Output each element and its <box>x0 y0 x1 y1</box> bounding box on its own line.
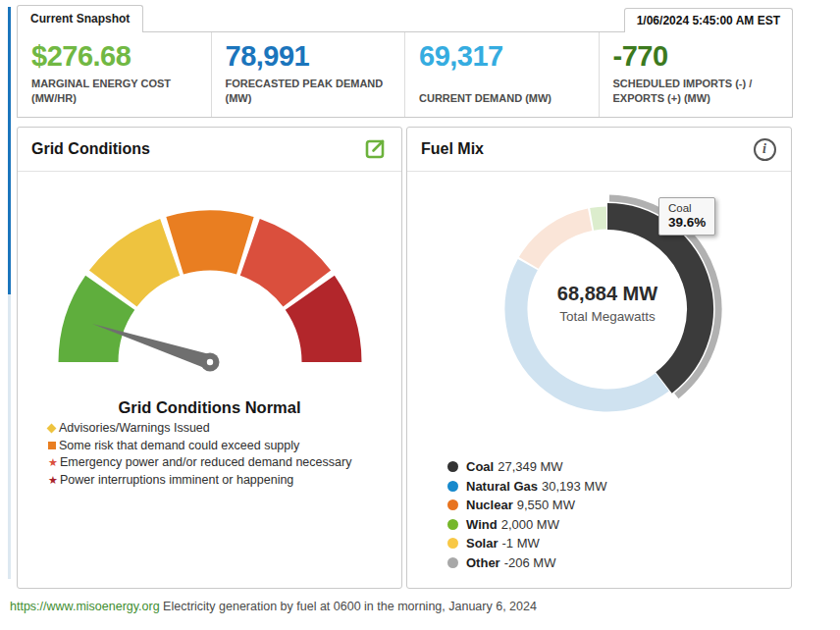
chart-tooltip: Coal 39.6% <box>658 197 715 236</box>
donut-slice-wind[interactable] <box>592 218 606 219</box>
stat-scheduled-imports-exports: -770SCHEDULED IMPORTS (-) / EXPORTS (+) … <box>599 32 793 117</box>
donut-slice-nuclear[interactable] <box>529 220 590 263</box>
star-marker-icon: ★ <box>47 457 59 468</box>
grid-legend-label: Power interruptions imminent or happenin… <box>60 472 293 490</box>
left-scrollbar-track[interactable] <box>8 7 11 579</box>
stat-label: MARGINAL ENERGY COST (MW/HR) <box>31 77 197 106</box>
tab-current-snapshot[interactable]: Current Snapshot <box>17 5 143 32</box>
fuel-name: Coal <box>466 457 494 477</box>
gauge-needle-hub-hole <box>206 359 212 365</box>
donut-slice-natural-gas[interactable] <box>516 265 662 400</box>
dashboard-page: Current Snapshot 1/06/2024 5:45:00 AM ES… <box>0 0 840 630</box>
footer-caption: Electricity generation by fuel at 0600 i… <box>163 600 537 613</box>
fuel-legend-item[interactable]: Wind2,000 MW <box>447 515 791 535</box>
grid-legend-item: Some risk that demand could exceed suppl… <box>47 438 401 455</box>
legend-dot-icon <box>447 499 458 510</box>
stats-card: $276.68MARGINAL ENERGY COST (MW/HR)78,99… <box>17 31 793 118</box>
legend-dot-icon <box>447 461 458 472</box>
fuel-name: Natural Gas <box>466 477 538 497</box>
top-bar: Current Snapshot 1/06/2024 5:45:00 AM ES… <box>17 5 793 31</box>
grid-conditions-gauge <box>18 193 401 382</box>
grid-status-heading: Grid Conditions Normal <box>18 398 401 417</box>
stat-value: 69,317 <box>419 41 585 71</box>
fuel-value: 27,349 MW <box>498 457 562 477</box>
gauge-svg <box>43 193 377 378</box>
fuel-name: Wind <box>466 515 498 535</box>
fuel-name: Nuclear <box>466 496 513 515</box>
grid-legend-item: Advisories/Warnings Issued <box>47 420 401 438</box>
fuel-mix-legend: Coal27,349 MWNatural Gas30,193 MWNuclear… <box>447 457 791 572</box>
info-icon[interactable]: i <box>752 136 777 162</box>
grid-conditions-title: Grid Conditions <box>31 140 150 158</box>
fuel-name: Other <box>466 553 500 573</box>
gauge-segment-some-risk <box>175 240 245 245</box>
stat-value: -770 <box>613 41 779 71</box>
fuel-value: -1 MW <box>502 534 540 553</box>
footer-caption-row: https://www.misoenergy.org Electricity g… <box>10 600 537 613</box>
stat-label: SCHEDULED IMPORTS (-) / EXPORTS (+) (MW) <box>613 77 779 106</box>
gauge-segment-interruptions <box>309 292 331 362</box>
legend-dot-icon <box>447 481 458 492</box>
fuel-legend-item[interactable]: Other-206 MW <box>447 553 791 573</box>
fuel-legend-item[interactable]: Natural Gas30,193 MW <box>447 477 791 497</box>
stat-marginal-energy-cost: $276.68MARGINAL ENERGY COST (MW/HR) <box>18 32 211 117</box>
stat-label: CURRENT DEMAND (MW) <box>419 91 585 106</box>
content-area: Current Snapshot 1/06/2024 5:45:00 AM ES… <box>17 5 793 589</box>
gauge-segment-emergency <box>249 247 306 289</box>
donut-slice-coal[interactable] <box>607 217 701 383</box>
grid-conditions-legend: Advisories/Warnings IssuedSome risk that… <box>47 420 401 489</box>
fuel-mix-panel: Fuel Mix i 68,884 MW Total Megawatts Coa… <box>406 127 792 589</box>
diamond-marker-icon <box>47 424 57 434</box>
grid-legend-label: Emergency power and/or reduced demand ne… <box>60 454 351 472</box>
stat-label: FORECASTED PEAK DEMAND (MW) <box>226 77 392 106</box>
tooltip-series-name: Coal <box>668 202 706 214</box>
fuel-value: 9,550 MW <box>517 496 575 515</box>
fuel-legend-item[interactable]: Solar-1 MW <box>447 534 791 553</box>
fuel-mix-body: 68,884 MW Total Megawatts Coal 39.6% Coa… <box>407 173 791 572</box>
grid-legend-item: ★Emergency power and/or reduced demand n… <box>47 454 401 472</box>
fuel-legend-item[interactable]: Coal27,349 MW <box>447 457 791 477</box>
external-link-icon[interactable] <box>362 136 388 162</box>
fuel-value: 2,000 MW <box>501 515 559 535</box>
grid-legend-item: ★Power interruptions imminent or happeni… <box>47 472 401 490</box>
stat-current-demand: 69,317CURRENT DEMAND (MW) <box>404 32 599 117</box>
fuel-mix-title: Fuel Mix <box>421 140 484 158</box>
grid-conditions-body: Grid Conditions Normal Advisories/Warnin… <box>18 193 401 489</box>
tooltip-percent: 39.6% <box>668 215 706 230</box>
gauge-segment-advisories-warnings <box>113 247 170 289</box>
stat-value: $276.68 <box>31 41 197 71</box>
timestamp-box: 1/06/2024 5:45:00 AM EST <box>624 8 793 32</box>
fuel-value: -206 MW <box>504 553 556 573</box>
legend-dot-icon <box>447 557 458 568</box>
left-scrollbar-thumb[interactable] <box>8 7 11 294</box>
misoenergy-link[interactable]: https://www.misoenergy.org <box>10 600 160 613</box>
fuel-mix-donut[interactable]: 68,884 MW Total Megawatts Coal 39.6% <box>460 173 755 446</box>
gauge-segment-normal <box>88 292 110 362</box>
info-icon-glyph: i <box>754 138 776 161</box>
grid-conditions-panel: Grid Conditions Grid Conditions Normal A… <box>17 127 402 589</box>
fuel-mix-header: Fuel Mix i <box>407 128 791 172</box>
stat-value: 78,991 <box>226 41 392 71</box>
grid-legend-label: Advisories/Warnings Issued <box>59 420 210 438</box>
fuel-name: Solar <box>466 534 499 553</box>
square-marker-icon <box>48 442 56 449</box>
stat-forecasted-peak-demand: 78,991FORECASTED PEAK DEMAND (MW) <box>211 32 405 117</box>
fuel-legend-item[interactable]: Nuclear9,550 MW <box>447 496 791 515</box>
panels-row: Grid Conditions Grid Conditions Normal A… <box>17 127 793 589</box>
legend-dot-icon <box>447 519 458 530</box>
legend-dot-icon <box>447 538 458 549</box>
grid-conditions-header: Grid Conditions <box>18 128 401 172</box>
fuel-value: 30,193 MW <box>542 477 606 497</box>
star-marker-icon: ★ <box>47 475 59 486</box>
grid-legend-label: Some risk that demand could exceed suppl… <box>59 438 299 455</box>
